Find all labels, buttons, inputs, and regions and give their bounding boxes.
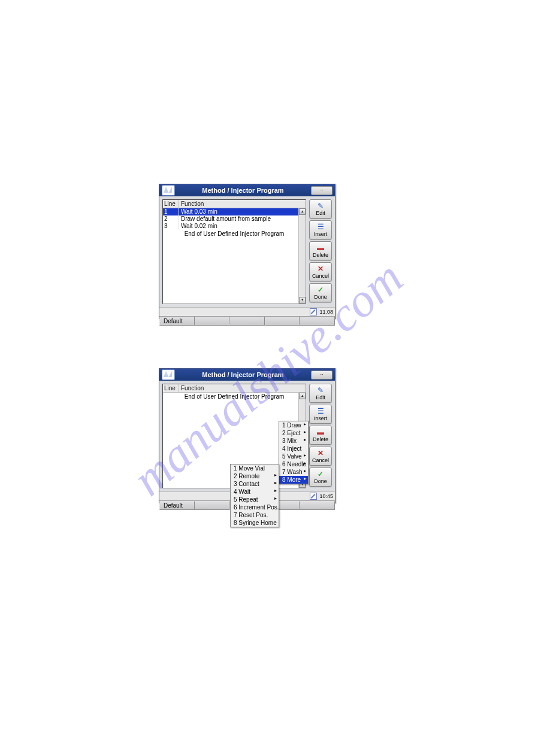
cell-line: 1 [163,208,179,215]
delete-icon: ▬ [316,244,325,252]
done-button[interactable]: ✓ Done [309,283,332,302]
table-row[interactable]: 3 Wait 0.02 min [163,223,306,230]
function-submenu[interactable]: 1 Move Vial 2 Remote 3 Contact 4 Wait 5 … [230,464,279,527]
table-header: Line Function [163,200,306,208]
footer-tab[interactable] [265,317,300,326]
menu-item-more[interactable]: 8 More [279,476,308,484]
menu-item-reset-pos[interactable]: 7 Reset Pos. [231,511,279,519]
titlebar-button[interactable]: ·· [311,371,333,379]
cell-function: Wait 0.02 min [179,223,306,230]
menu-item-mix[interactable]: 3 Mix [279,437,308,445]
col-header-function: Function [179,384,306,392]
menu-item-increment-pos[interactable]: 6 Increment Pos. [231,503,279,511]
footer-tab[interactable] [195,501,230,510]
button-label: Cancel [312,273,329,279]
cancel-button[interactable]: ✕ Cancel [309,262,332,281]
menu-item-wait[interactable]: 4 Wait [231,488,279,496]
cell-line: 3 [163,223,179,230]
cell-function: Wait 0.03 min [179,208,306,215]
menu-item-wash[interactable]: 7 Wash [279,468,308,476]
status-time: 11:08 [319,309,333,315]
col-header-line: Line [163,200,179,208]
table-header: Line Function [163,384,306,393]
edit-icon: ✎ [316,387,325,394]
menu-item-valve[interactable]: 5 Valve [279,453,308,460]
scroll-up-button[interactable]: ▴ [299,208,306,215]
titlebar: Method / Injector Program ·· [159,184,335,196]
button-label: Done [314,478,327,484]
footer-tab-default[interactable]: Default [159,317,195,326]
table-row[interactable]: 1 Wait 0.03 min [163,208,306,215]
button-label: Delete [313,436,328,442]
col-header-line: Line [163,384,179,392]
button-label: Insert [314,415,328,421]
footer-tab[interactable] [300,501,335,510]
menu-item-syringe-home[interactable]: 8 Syringe Home [231,519,279,527]
footer-tab[interactable] [229,317,265,326]
scroll-up-button[interactable]: ▴ [299,393,306,399]
button-label: Cancel [312,457,329,463]
window-title: Method / Injector Program [175,187,311,194]
insert-icon: ☰ [316,223,325,231]
injector-program-panel-1: Method / Injector Program ·· Line Functi… [159,184,335,319]
insert-button[interactable]: ☰ Insert [309,220,332,239]
book-icon [162,369,175,380]
scroll-down-button[interactable]: ▾ [299,297,306,303]
col-header-function: Function [179,200,306,208]
button-label: Insert [314,231,328,237]
function-menu[interactable]: 1 Draw 2 Eject 3 Mix 4 Inject 5 Valve 6 … [279,421,309,484]
done-button[interactable]: ✓ Done [309,467,332,487]
button-label: Done [314,294,327,300]
cell-function: Draw default amount from sample [179,215,306,223]
delete-button[interactable]: ▬ Delete [309,241,332,260]
window-title: Method / Injector Program [175,371,311,378]
menu-item-contact[interactable]: 3 Contact [231,480,279,488]
menu-item-needle[interactable]: 6 Needle [279,460,308,468]
footer-tab[interactable] [300,317,335,326]
table-row[interactable]: 2 Draw default amount from sample [163,215,306,223]
button-label: Delete [313,252,328,258]
titlebar: Method / Injector Program ·· [159,369,335,381]
cancel-button[interactable]: ✕ Cancel [309,447,332,466]
menu-item-repeat[interactable]: 5 Repeat [231,496,279,503]
menu-item-move-vial[interactable]: 1 Move Vial [231,464,279,472]
footer-tab[interactable] [195,317,230,326]
done-icon: ✓ [316,286,325,294]
edit-icon: ✎ [316,202,325,210]
status-time: 10:45 [319,493,333,499]
menu-item-inject[interactable]: 4 Inject [279,445,308,453]
button-label: Edit [316,394,325,400]
menu-item-eject[interactable]: 2 Eject [279,429,308,437]
menu-item-remote[interactable]: 2 Remote [231,472,279,480]
insert-button[interactable]: ☰ Insert [309,405,332,424]
done-icon: ✓ [316,470,325,478]
end-of-program-row: End of User Defined Injector Program [163,230,306,238]
insert-icon: ☰ [316,408,325,415]
titlebar-button[interactable]: ·· [311,186,333,195]
button-label: Edit [316,210,325,216]
injector-program-panel-2: Method / Injector Program ·· Line Functi… [159,368,335,503]
menu-item-draw[interactable]: 1 Draw [279,421,308,429]
status-icon [310,308,317,315]
program-table[interactable]: Line Function 1 Wait 0.03 min 2 Draw def… [162,199,306,304]
cancel-icon: ✕ [316,265,325,273]
cancel-icon: ✕ [316,450,325,457]
edit-button[interactable]: ✎ Edit [309,384,332,403]
delete-icon: ▬ [316,429,325,436]
footer-tabs: Default [159,316,335,326]
side-button-column: ✎ Edit ☰ Insert ▬ Delete ✕ Cancel ✓ Done [309,384,332,488]
book-icon [162,185,175,196]
status-bar: 11:08 [159,307,335,316]
delete-button[interactable]: ▬ Delete [309,426,332,445]
cell-line: 2 [163,215,179,223]
edit-button[interactable]: ✎ Edit [309,199,332,218]
end-of-program-row: End of User Defined Injector Program [163,393,306,400]
side-button-column: ✎ Edit ☰ Insert ▬ Delete ✕ Cancel ✓ Done [309,199,332,304]
status-icon [310,493,317,500]
footer-tab-default[interactable]: Default [159,501,195,510]
scrollbar-vertical[interactable]: ▴ ▾ [298,208,306,303]
